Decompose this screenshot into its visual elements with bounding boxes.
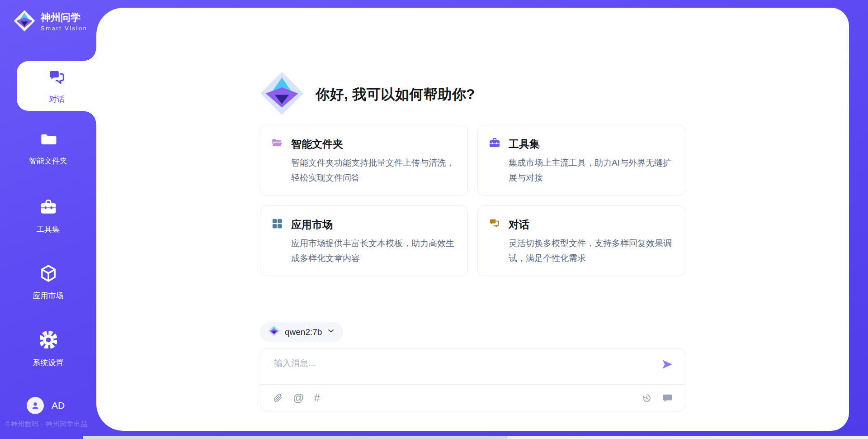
gear-icon <box>38 329 59 353</box>
chevron-down-icon <box>327 327 335 337</box>
card-title: 对话 <box>509 218 529 232</box>
card-title: 智能文件夹 <box>291 137 343 151</box>
model-selector[interactable]: qwen2:7b <box>260 322 343 342</box>
comment-icon <box>662 392 673 404</box>
brand-subtitle: Smart Vision <box>41 25 87 32</box>
paperclip-icon <box>272 392 283 403</box>
sidebar-item-label: 工具集 <box>37 224 60 234</box>
model-name: qwen2:7b <box>285 327 322 337</box>
card-smart-folder[interactable]: 智能文件夹 智能文件夹功能支持批量文件上传与清洗，轻松实现文件问答 <box>260 125 468 196</box>
copyright-text: ©神州数码 · 神州问学出品 <box>5 420 87 429</box>
new-chat-button[interactable] <box>662 392 673 404</box>
folder-icon <box>39 129 58 151</box>
greeting-text: 你好, 我可以如何帮助你? <box>316 85 475 104</box>
card-toolset[interactable]: 工具集 集成市场上主流工具，助力AI与外界无缝扩展与对接 <box>477 125 685 196</box>
brand-diamond-icon <box>14 10 35 33</box>
horizontal-scrollbar <box>83 436 868 439</box>
send-button[interactable] <box>660 358 674 371</box>
sidebar-item-label: 应用市场 <box>33 291 64 301</box>
toolbox-icon <box>488 137 501 151</box>
card-chat[interactable]: 对话 灵活切换多模型文件，支持多样回复效果调试，满足个性化需求 <box>477 205 685 276</box>
assistant-diamond-icon <box>260 72 304 117</box>
chat-bubbles-icon <box>488 217 501 232</box>
sidebar-item-label: 系统设置 <box>33 358 64 368</box>
folder-open-icon <box>271 137 283 151</box>
card-description: 灵活切换多模型文件，支持多样回复效果调试，满足个性化需求 <box>509 236 673 266</box>
history-icon <box>642 393 652 403</box>
cube-icon <box>38 263 58 286</box>
user-initials: AD <box>52 400 65 411</box>
model-diamond-icon <box>268 325 280 339</box>
tab-concave-corner-top <box>84 48 96 61</box>
feature-cards: 智能文件夹 智能文件夹功能支持批量文件上传与清洗，轻松实现文件问答 <box>260 125 685 276</box>
card-app-market[interactable]: 应用市场 应用市场提供丰富长文本模板，助力高效生成多样化文章内容 <box>260 205 468 276</box>
sidebar-item-settings[interactable]: 系统设置 <box>0 329 96 368</box>
card-description: 集成市场上主流工具，助力AI与外界无缝扩展与对接 <box>509 155 673 185</box>
hash-topic-button[interactable]: # <box>314 392 320 403</box>
send-icon <box>660 358 674 371</box>
grid-icon <box>271 217 283 232</box>
sidebar-item-app-market[interactable]: 应用市场 <box>0 263 96 301</box>
at-mention-button[interactable]: @ <box>293 392 304 403</box>
card-description: 应用市场提供丰富长文本模板，助力高效生成多样化文章内容 <box>291 236 456 266</box>
card-title: 工具集 <box>509 137 540 151</box>
user-account[interactable]: AD <box>27 397 65 414</box>
brand-name: 神州问学 <box>41 12 87 24</box>
sidebar-item-toolset[interactable]: 工具集 <box>0 198 96 234</box>
tab-concave-corner-bottom <box>84 111 96 124</box>
attach-file-button[interactable] <box>272 392 283 403</box>
main-content-layer: 你好, 我可以如何帮助你? 智能文件夹 智能文件夹功能支持批量文件上传与清洗，轻… <box>96 8 849 431</box>
brand-logo: 神州问学 Smart Vision <box>14 10 87 33</box>
history-button[interactable] <box>642 393 652 403</box>
scrollbar-thumb[interactable] <box>83 436 508 439</box>
message-input[interactable] <box>273 358 644 369</box>
sidebar-item-smart-folder[interactable]: 智能文件夹 <box>0 129 96 166</box>
avatar <box>27 397 44 414</box>
card-title: 应用市场 <box>291 218 333 232</box>
composer-toolbar: @ # <box>260 384 685 411</box>
card-description: 智能文件夹功能支持批量文件上传与清洗，轻松实现文件问答 <box>291 155 456 185</box>
toolbox-icon <box>39 198 58 219</box>
sidebar-item-chat[interactable]: 对话 <box>17 61 97 111</box>
sidebar-item-label: 对话 <box>49 94 65 105</box>
message-composer: @ # <box>260 348 685 411</box>
user-icon <box>30 400 41 411</box>
greeting: 你好, 我可以如何帮助你? <box>260 72 475 117</box>
chat-bubbles-icon <box>47 68 67 90</box>
sidebar-item-label: 智能文件夹 <box>29 156 67 166</box>
